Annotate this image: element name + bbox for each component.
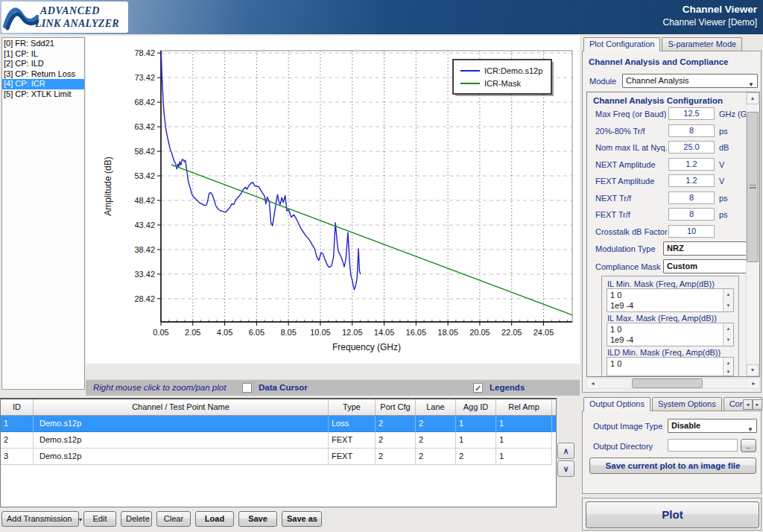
field-input-fext-tr-f[interactable]: 8 [668, 208, 715, 221]
field-input-max-freq-or-baud[interactable]: 12.5 [668, 107, 715, 120]
svg-text:ICR:Demo.s12p: ICR:Demo.s12p [484, 66, 542, 75]
field-label: Max Freq (or Baud) [595, 110, 666, 118]
column-header-channel-test-point-name[interactable]: Channel / Test Point Name [34, 399, 329, 415]
field-label: Nom max IL at Nyq. [595, 143, 668, 152]
plot-button-group: Plot [582, 498, 762, 531]
plot-config-tabs: Plot ConfigurationS-parameter Mode [583, 37, 742, 51]
scroll-up-icon[interactable]: ▲ [747, 92, 759, 104]
field-input-crosstalk-db-factor[interactable]: 10 [668, 225, 715, 238]
svg-text:78.42: 78.42 [134, 48, 155, 57]
icr-plot-canvas[interactable]: 28.4233.4238.4243.4248.4253.4258.4263.42… [86, 36, 580, 364]
field-unit: ps [719, 127, 746, 136]
spin-up-icon[interactable]: ▲ [724, 323, 733, 335]
spin-down-icon[interactable]: ▼ [724, 335, 733, 346]
svg-text:12.05: 12.05 [342, 328, 363, 337]
column-header-rel-amp[interactable]: Rel Amp [496, 399, 552, 415]
field-unit: GHz (G [719, 110, 746, 118]
scroll-down-icon[interactable]: ▼ [747, 364, 759, 376]
sidebar-item-4-cp-icr[interactable]: [4] CP: ICR [2, 79, 84, 89]
mask-input-ild-min-mask-freq-amp-db[interactable]: 1 0▲▼ [607, 357, 734, 376]
field-label: Compliance Mask [595, 262, 660, 271]
output-directory-input[interactable] [668, 439, 738, 452]
field-select-compliance-mask[interactable]: Custom▼ [663, 259, 759, 273]
table-row[interactable]: 3Demo.s12pFEXT2221 [1, 449, 556, 465]
field-input-nom-max-il-at-nyq[interactable]: 25.0 [668, 141, 715, 153]
scroll-right-icon[interactable]: ► [748, 379, 759, 388]
sidebar-item-2-cp-ild[interactable]: [2] CP: ILD [2, 59, 84, 69]
clear-button[interactable]: Clear [156, 511, 191, 527]
svg-text:2.05: 2.05 [185, 328, 200, 337]
field-label: Modulation Type [595, 244, 656, 253]
mask-spinner[interactable]: ▲▼ [723, 323, 733, 346]
config-vertical-scrollbar[interactable]: ▲ ▼ [746, 92, 759, 376]
tab-s-parameter-mode[interactable]: S-parameter Mode [662, 37, 742, 51]
sidebar-item-5-cp-xtlk-limit[interactable]: [5] CP: XTLK Limit [2, 89, 84, 100]
config-row-compliance-mask: Compliance MaskCustom▼ [587, 259, 747, 276]
tab-system-options[interactable]: System Options [652, 397, 722, 411]
field-input-fext-amplitude[interactable]: 1.2 [668, 174, 715, 187]
svg-text:16.05: 16.05 [406, 328, 427, 337]
data-cursor-checkbox[interactable] [242, 383, 252, 393]
field-input-next-tr-f[interactable]: 8 [668, 191, 715, 204]
logo-line1: ADVANCED [40, 5, 100, 17]
field-input-next-amplitude[interactable]: 1.2 [668, 158, 715, 171]
column-header-agg-id[interactable]: Agg ID [456, 399, 496, 415]
config-row-max-freq-or-baud: Max Freq (or Baud)12.5GHz (G [587, 107, 747, 124]
config-row-fext-amplitude: FEXT Amplitude1.2V [587, 174, 747, 191]
browse-directory-button[interactable]: .. [741, 439, 756, 452]
row-move-down-button[interactable]: ∨ [557, 460, 574, 477]
spin-down-icon[interactable]: ▼ [724, 300, 733, 311]
field-select-modulation-type[interactable]: NRZ▼ [663, 241, 759, 256]
table-header-row: IDChannel / Test Point NameTypePort CfgL… [1, 399, 556, 416]
field-input-20-80-tr-f[interactable]: 8 [668, 124, 715, 137]
tab-scroll-right-icon[interactable]: ► [753, 399, 762, 410]
mask-input-il-max-mask-freq-amp-db[interactable]: 1 0 1e9 -4▲▼ [607, 323, 734, 346]
tab-scroll-left-icon[interactable]: ◄ [743, 399, 753, 410]
sidebar-item-1-cp-il[interactable]: [1] CP: IL [2, 49, 84, 60]
row-move-up-button[interactable]: ∧ [557, 443, 574, 459]
legends-checkbox[interactable]: ✓ [473, 383, 483, 393]
scroll-left-icon[interactable]: ◄ [587, 379, 598, 388]
config-row-fext-tr-f: FEXT Tr/f8ps [587, 207, 747, 224]
save-plot-image-button[interactable]: Save current plot to an image file [589, 457, 756, 474]
spin-up-icon[interactable]: ▲ [724, 289, 733, 300]
column-header-lane[interactable]: Lane [416, 399, 456, 415]
load-button[interactable]: Load [195, 511, 234, 527]
output-image-type-select[interactable]: Disable ▼ [668, 419, 757, 433]
tab-plot-configuration[interactable]: Plot Configuration [583, 37, 660, 51]
mask-spinner[interactable]: ▲▼ [723, 358, 733, 376]
tab-output-options[interactable]: Output Options [583, 397, 650, 411]
svg-text:18.05: 18.05 [437, 328, 458, 337]
column-header-id[interactable]: ID [1, 399, 34, 415]
spin-up-icon[interactable]: ▲ [724, 358, 733, 367]
svg-text:0.05: 0.05 [153, 328, 168, 337]
cell-port-cfg: 2 [376, 432, 416, 449]
column-header-port-cfg[interactable]: Port Cfg [376, 399, 416, 415]
sidebar-item-0-fr-sdd21[interactable]: [0] FR: Sdd21 [2, 39, 84, 49]
save-button[interactable]: Save [238, 511, 277, 527]
add-transmission-button[interactable]: Add Transmission▼ [1, 511, 79, 527]
window-subtitle: Channel Viewer [Demo] [662, 17, 757, 28]
sidebar-item-3-cp-return-loss[interactable]: [3] CP: Return Loss [2, 69, 84, 80]
spin-down-icon[interactable]: ▼ [724, 367, 733, 376]
hscrollbar-thumb[interactable] [632, 379, 703, 388]
plot-button[interactable]: Plot [586, 501, 759, 528]
svg-text:4.05: 4.05 [217, 328, 232, 337]
plot-select-list[interactable]: [0] FR: Sdd21[1] CP: IL[2] CP: ILD[3] CP… [1, 37, 85, 390]
scrollbar-thumb[interactable] [747, 112, 759, 262]
table-row[interactable]: 2Demo.s12pFEXT2211 [1, 432, 556, 449]
legends-label: Legends [490, 383, 525, 392]
edit-button[interactable]: Edit [83, 511, 116, 527]
delete-button[interactable]: Delete [121, 511, 152, 527]
module-select[interactable]: Channel Analysis ▼ [622, 74, 758, 88]
table-row[interactable]: 1Demo.s12pLoss2211 [1, 416, 556, 432]
column-header-type[interactable]: Type [329, 399, 376, 415]
mask-input-il-min-mask-freq-amp-db[interactable]: 1 0 1e9 -4▲▼ [607, 288, 734, 312]
save-as-button[interactable]: Save as [282, 511, 322, 527]
svg-text:10.05: 10.05 [310, 328, 331, 337]
config-horizontal-scrollbar[interactable]: ◄ ► [586, 378, 760, 389]
logo-line2: LINK ANALYZER [35, 18, 119, 30]
svg-text:53.42: 53.42 [134, 171, 155, 180]
mask-spinner[interactable]: ▲▼ [723, 289, 733, 311]
field-label: NEXT Tr/f [595, 194, 631, 203]
